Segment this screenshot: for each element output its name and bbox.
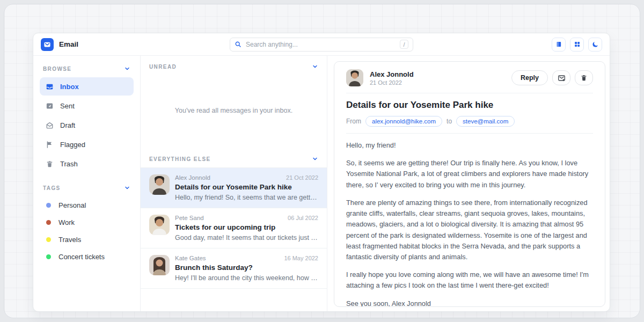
tag-item-concert-tickets[interactable]: Concert tickets — [40, 248, 134, 265]
search-icon — [235, 41, 241, 48]
message-paragraph: Hello, my friend! — [346, 140, 593, 151]
mail-item-body: Kate Gates 16 May 2022 Brunch this Satur… — [175, 255, 318, 282]
tags-collapse-chevron-icon[interactable] — [124, 185, 130, 191]
sidebar-item-sent[interactable]: Sent — [40, 97, 134, 115]
mail-date: 16 May 2022 — [284, 255, 318, 261]
message-detail-card: Alex Jonnold 21 Oct 2022 Reply — [334, 61, 605, 307]
apps-grid-icon — [574, 41, 581, 48]
mail-sender: Alex Jonnold — [175, 174, 210, 181]
search-shortcut-key: / — [400, 40, 408, 49]
unread-section-header: UNREAD — [141, 56, 327, 75]
sidebar-item-draft[interactable]: Draft — [40, 116, 134, 134]
mail-subject: Details for our Yosemite Park hike — [175, 183, 318, 191]
mail-preview: Good day, mate! It seems that our ticket… — [175, 234, 318, 241]
tag-item-personal[interactable]: Personal — [40, 196, 134, 214]
divider — [346, 133, 593, 134]
main-content: BROWSE Inbox Sent — [33, 56, 610, 311]
detail-sender-name: Alex Jonnold — [370, 70, 414, 78]
mail-list-item-pete[interactable]: Pete Sand 06 Jul 2022 Tickets for our up… — [141, 208, 327, 248]
email-app-window: Email / — [33, 33, 610, 312]
sidebar-item-label: Trash — [60, 160, 78, 168]
mail-date: 21 Oct 2022 — [286, 174, 318, 181]
unread-empty-message: You've read all messages in your inbox. — [175, 107, 292, 114]
sidebar-item-label: Sent — [60, 102, 75, 110]
tag-label: Travels — [58, 236, 81, 244]
browse-section-label: BROWSE — [43, 66, 71, 72]
unread-empty-state: You've read all messages in your inbox. — [141, 75, 327, 146]
sidebar-item-label: Draft — [60, 121, 75, 129]
trash-icon — [580, 74, 588, 82]
tag-color-dot — [46, 237, 51, 242]
detail-date: 21 Oct 2022 — [370, 79, 414, 86]
avatar — [149, 215, 170, 235]
tag-item-travels[interactable]: Travels — [40, 231, 134, 248]
reading-list-button[interactable] — [552, 38, 566, 52]
message-paragraph: I really hope you love coming along with… — [346, 269, 593, 291]
browse-section-header: BROWSE — [40, 61, 134, 77]
tag-color-dot — [46, 220, 51, 225]
reply-button[interactable]: Reply — [511, 70, 548, 85]
tag-label: Work — [58, 218, 75, 226]
tag-label: Personal — [58, 201, 86, 209]
message-detail-pane: Alex Jonnold 21 Oct 2022 Reply — [327, 56, 610, 311]
tag-item-work[interactable]: Work — [40, 214, 134, 231]
mail-list-item-kate[interactable]: Kate Gates 16 May 2022 Brunch this Satur… — [141, 248, 327, 288]
flag-icon — [45, 141, 54, 149]
everything-else-collapse-chevron-icon[interactable] — [312, 156, 318, 162]
detail-actions: Reply — [511, 70, 593, 85]
message-subject: Details for our Yosemite Park hike — [346, 100, 593, 111]
message-list-column: UNREAD You've read all messages in your … — [141, 56, 327, 311]
inbox-icon — [45, 83, 54, 91]
forward-mail-button[interactable] — [552, 70, 570, 85]
mail-item-body: Pete Sand 06 Jul 2022 Tickets for our up… — [175, 215, 318, 241]
top-bar: Email / — [33, 33, 610, 56]
avatar — [346, 69, 363, 86]
sidebar-item-inbox[interactable]: Inbox — [40, 77, 134, 96]
to-email-chip[interactable]: steve@mail.com — [456, 116, 515, 127]
message-paragraph: There are plenty of amazing things to se… — [346, 197, 593, 262]
trash-icon — [45, 160, 54, 168]
draft-icon — [45, 121, 54, 129]
unread-collapse-chevron-icon[interactable] — [312, 63, 318, 70]
browse-collapse-chevron-icon[interactable] — [124, 65, 130, 72]
mail-sender: Pete Sand — [175, 215, 204, 221]
tags-section-header: TAGS — [40, 180, 134, 196]
sent-icon — [45, 102, 54, 110]
email-app-logo-icon — [41, 38, 54, 51]
mail-list-item-alex[interactable]: Alex Jonnold 21 Oct 2022 Details for our… — [141, 167, 327, 208]
message-paragraph: See you soon, Alex Jonnold — [346, 298, 593, 307]
message-body: Hello, my friend! So, it seems we are ge… — [346, 140, 593, 307]
detail-header: Alex Jonnold 21 Oct 2022 Reply — [346, 69, 593, 86]
everything-else-section-header: EVERYTHING ELSE — [141, 146, 327, 167]
unread-section-label: UNREAD — [149, 64, 177, 70]
avatar — [149, 174, 170, 195]
envelope-plus-icon — [558, 74, 566, 82]
delete-mail-button[interactable] — [575, 70, 593, 85]
apps-grid-button[interactable] — [570, 38, 584, 52]
tag-color-dot — [46, 203, 51, 208]
tag-label: Concert tickets — [58, 253, 105, 261]
search-input[interactable] — [246, 41, 396, 48]
from-email-chip[interactable]: alex.jonnold@hike.com — [365, 116, 442, 127]
dark-mode-moon-icon — [592, 41, 599, 48]
everything-else-section-label: EVERYTHING ELSE — [149, 156, 211, 162]
mail-item-body: Alex Jonnold 21 Oct 2022 Details for our… — [175, 174, 318, 201]
mail-sender: Kate Gates — [175, 255, 206, 261]
dark-mode-toggle[interactable] — [588, 38, 602, 52]
mail-preview: Hey! I'll be around the city this weeken… — [175, 274, 318, 282]
brand: Email — [41, 38, 78, 51]
sidebar-item-trash[interactable]: Trash — [40, 155, 134, 173]
sidebar-item-label: Inbox — [60, 83, 79, 91]
mail-preview: Hello, my friend! So, it seems that we a… — [175, 194, 318, 201]
tags-section-label: TAGS — [43, 185, 61, 191]
desktop-background: Email / — [4, 4, 640, 318]
to-label: to — [447, 118, 452, 125]
search-bar[interactable]: / — [230, 38, 413, 52]
from-label: From — [346, 118, 361, 125]
divider — [346, 93, 593, 93]
sidebar: BROWSE Inbox Sent — [33, 56, 141, 311]
sidebar-item-flagged[interactable]: Flagged — [40, 135, 134, 153]
mail-subject: Brunch this Saturday? — [175, 264, 318, 272]
from-to-row: From alex.jonnold@hike.com to steve@mail… — [346, 116, 593, 127]
list-filler — [141, 288, 327, 311]
